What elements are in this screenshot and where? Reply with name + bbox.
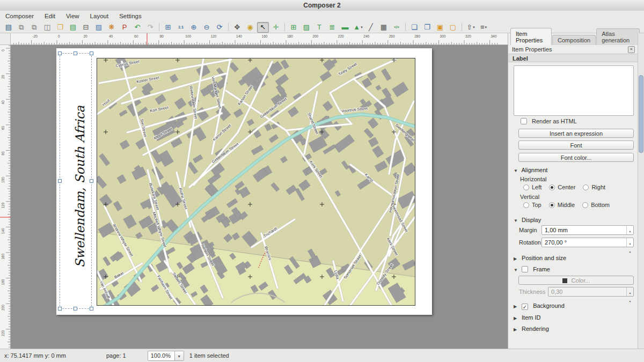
add-scalebar-icon[interactable]: ▬: [339, 22, 351, 33]
redo-icon[interactable]: ↷: [144, 22, 156, 33]
add-arrow-icon[interactable]: ╱: [365, 22, 377, 33]
selection-handle[interactable]: [58, 179, 62, 183]
zoom-in-icon[interactable]: ⊕: [188, 22, 200, 33]
font-color-button[interactable]: Font color...: [518, 153, 634, 162]
add-shape-icon[interactable]: ▲▾: [352, 22, 364, 33]
font-button[interactable]: Font: [518, 141, 634, 150]
panel-scrollbar[interactable]: [638, 33, 644, 349]
radio-option-middle[interactable]: Middle: [549, 202, 575, 208]
export-pdf-icon[interactable]: P: [119, 22, 130, 33]
add-legend-icon[interactable]: ≣: [326, 22, 338, 33]
export-image-icon[interactable]: ▨: [93, 22, 105, 33]
radio-icon[interactable]: [523, 202, 529, 208]
label-item-selected[interactable]: Swellendam, South Africa: [60, 54, 91, 308]
new-composer-icon[interactable]: ⧉: [16, 22, 27, 33]
export-svg-icon[interactable]: ❋: [106, 22, 118, 33]
radio-icon[interactable]: [549, 202, 555, 208]
menu-composer[interactable]: Composer: [0, 11, 39, 21]
composer-manager-icon[interactable]: ◫: [41, 22, 53, 33]
panel-close-icon[interactable]: ✕: [628, 46, 635, 53]
radio-icon[interactable]: [549, 184, 555, 190]
selection-handle[interactable]: [74, 307, 77, 311]
zoom-dropdown-arrow-icon[interactable]: ▼: [175, 351, 184, 361]
menu-bar: Composer Edit View Layout Settings: [0, 11, 644, 21]
group-items-icon[interactable]: ❏: [408, 22, 420, 33]
save-icon[interactable]: ▤: [3, 22, 14, 33]
toolbar-separator: [462, 23, 462, 31]
zoom-combobox[interactable]: 100.0% ▼: [148, 351, 184, 361]
menu-view[interactable]: View: [61, 11, 85, 21]
radio-option-right[interactable]: Right: [583, 184, 605, 190]
print-icon[interactable]: ⊟: [80, 22, 92, 33]
label-text-input[interactable]: [514, 65, 634, 116]
zoom-out-icon[interactable]: ⊖: [201, 22, 213, 33]
add-image-icon[interactable]: ▨: [301, 22, 312, 33]
zoom-full-icon[interactable]: ⊞: [162, 22, 174, 33]
composer-canvas[interactable]: Cyprus StreetKoster StreetHoutStel Stree…: [11, 45, 508, 349]
dropdown-arrow-icon[interactable]: ▾: [361, 25, 363, 29]
zoom-actual-icon[interactable]: 1:1: [175, 22, 187, 33]
menu-layout[interactable]: Layout: [85, 11, 114, 21]
tab-composition[interactable]: Composition: [552, 35, 596, 45]
selection-handle[interactable]: [58, 51, 62, 55]
menu-edit[interactable]: Edit: [39, 11, 61, 21]
selection-handle[interactable]: [74, 51, 77, 55]
save-as-template-icon[interactable]: ▤: [67, 22, 79, 33]
panel-scrollbar-thumb[interactable]: [639, 75, 643, 153]
render-as-html-checkbox[interactable]: [521, 118, 527, 124]
radio-option-center[interactable]: Center: [549, 184, 575, 190]
display-section-header[interactable]: ▼ Display: [514, 217, 541, 223]
insert-expression-button[interactable]: Insert an expression: [518, 129, 634, 138]
move-item-content-icon[interactable]: ✛: [270, 22, 282, 33]
zoom-level-value[interactable]: 100.0%: [148, 351, 175, 361]
rendering-section-header[interactable]: ▶ Rendering: [514, 326, 549, 332]
pan-icon[interactable]: ✥: [231, 22, 243, 33]
refresh-view-icon[interactable]: ⟳: [214, 22, 225, 33]
radio-option-left[interactable]: Left: [523, 184, 541, 190]
load-from-template-icon[interactable]: ❒: [54, 22, 66, 33]
spinbox-arrows[interactable]: ▲▼: [626, 238, 633, 247]
rotation-spinbox[interactable]: 270,00 ° ▲▼: [541, 238, 634, 247]
add-new-map-icon[interactable]: ⊞: [288, 22, 299, 33]
raise-items-icon[interactable]: ⇧▾: [465, 22, 477, 33]
radio-option-bottom[interactable]: Bottom: [582, 202, 610, 208]
lock-items-icon[interactable]: ▣: [434, 22, 446, 33]
align-items-icon[interactable]: ≡▾: [478, 22, 489, 33]
add-html-frame-icon[interactable]: </>: [391, 22, 402, 33]
composition-page[interactable]: Cyprus StreetKoster StreetHoutStel Stree…: [56, 48, 432, 315]
duplicate-composer-icon[interactable]: ⧉: [28, 22, 40, 33]
ungroup-items-icon[interactable]: ❐: [421, 22, 433, 33]
frame-checkbox[interactable]: [522, 266, 528, 272]
selection-handle[interactable]: [58, 307, 62, 311]
item-id-section-header[interactable]: ▶ Item ID: [514, 314, 541, 321]
radio-icon[interactable]: [523, 184, 529, 190]
svg-text:80: 80: [1, 151, 5, 156]
dropdown-arrow-icon[interactable]: ▾: [485, 25, 487, 29]
svg-text:180: 180: [287, 34, 293, 38]
radio-option-top[interactable]: Top: [523, 202, 541, 208]
tab-item-properties[interactable]: Item Properties: [510, 28, 552, 45]
dropdown-arrow-icon[interactable]: ▾: [473, 25, 475, 29]
zoom-tool-icon[interactable]: ◉: [244, 22, 256, 33]
select-move-item-icon[interactable]: ↖: [257, 22, 269, 33]
position-size-section-header[interactable]: ▶ Position and size: [514, 255, 566, 261]
radio-icon[interactable]: [583, 184, 589, 190]
unlock-all-items-icon[interactable]: ▢: [447, 22, 459, 33]
frame-section-header[interactable]: ▼ Frame: [514, 266, 550, 272]
spinbox-arrows[interactable]: ▲▼: [626, 226, 633, 234]
menu-settings[interactable]: Settings: [114, 11, 147, 21]
undo-icon[interactable]: ↶: [131, 22, 143, 33]
add-label-icon[interactable]: T: [313, 22, 325, 33]
tab-atlas-generation[interactable]: Atlas generation: [596, 28, 640, 45]
alignment-section-header[interactable]: ▼ Alignment: [514, 167, 547, 173]
background-section-header[interactable]: ▶ Background: [514, 302, 565, 310]
radio-icon[interactable]: [582, 202, 588, 208]
background-checkbox[interactable]: [522, 304, 528, 310]
selection-handle[interactable]: [90, 179, 93, 183]
map-item[interactable]: Cyprus StreetKoster StreetHoutStel Stree…: [97, 58, 415, 306]
selection-handle[interactable]: [90, 51, 93, 55]
selection-handle[interactable]: [90, 307, 93, 311]
add-attribute-table-icon[interactable]: ▦: [378, 22, 390, 33]
margin-spinbox[interactable]: 1,00 mm ▲▼: [541, 225, 634, 235]
svg-text:240: 240: [363, 34, 369, 38]
